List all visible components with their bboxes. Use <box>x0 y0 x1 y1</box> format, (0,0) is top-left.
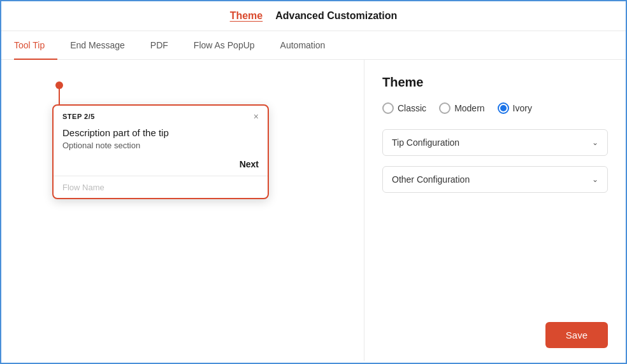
tooltip-flow-name: Flow Name <box>62 183 104 192</box>
tooltip-next-button[interactable]: Next <box>240 159 259 169</box>
tooltip-note: Optional note section <box>62 141 259 150</box>
radio-label-modern: Modern <box>454 103 484 113</box>
header: Theme Advanced Customization <box>1 1 626 31</box>
save-button[interactable]: Save <box>545 322 608 348</box>
tooltip-actions: Next <box>54 157 268 176</box>
radio-classic[interactable]: Classic <box>382 102 426 114</box>
tip-configuration-chevron-icon: ⌄ <box>592 138 598 147</box>
radio-label-classic: Classic <box>398 103 426 113</box>
other-configuration-chevron-icon: ⌄ <box>592 175 598 184</box>
theme-radio-group: Classic Modern Ivory <box>382 102 608 114</box>
radio-circle-ivory <box>498 102 509 114</box>
tooltip-header: STEP 2/5 × <box>54 106 268 125</box>
page-title: Advanced Customization <box>275 10 397 22</box>
tab-automation[interactable]: Automation <box>268 31 338 59</box>
other-configuration-dropdown[interactable]: Other Configuration ⌄ <box>382 166 608 193</box>
right-panel: Theme Classic Modern Ivory Tip Configura… <box>364 60 626 361</box>
tooltip-description: Description part of the tip <box>62 127 259 138</box>
tooltip-body: Description part of the tip Optional not… <box>54 125 268 157</box>
tooltip-footer: Flow Name <box>54 176 268 198</box>
tooltip-preview: STEP 2/5 × Description part of the tip O… <box>52 104 269 199</box>
tooltip-step: STEP 2/5 <box>62 113 95 120</box>
radio-ivory[interactable]: Ivory <box>498 102 532 114</box>
theme-section-label: Theme <box>382 75 608 90</box>
tip-configuration-label: Tip Configuration <box>392 137 459 148</box>
tooltip-close-icon[interactable]: × <box>254 112 259 121</box>
tab-bar: Tool Tip End Message PDF Flow As PopUp A… <box>1 31 626 60</box>
tip-configuration-dropdown[interactable]: Tip Configuration ⌄ <box>382 129 608 156</box>
main-content: STEP 2/5 × Description part of the tip O… <box>1 60 626 361</box>
other-configuration-label: Other Configuration <box>392 174 470 185</box>
tab-end-message[interactable]: End Message <box>57 31 138 59</box>
tab-tooltip[interactable]: Tool Tip <box>14 31 57 59</box>
radio-circle-classic <box>382 102 394 114</box>
theme-link[interactable]: Theme <box>230 10 263 22</box>
radio-label-ivory: Ivory <box>513 103 532 113</box>
left-panel: STEP 2/5 × Description part of the tip O… <box>1 60 364 361</box>
tab-flow-as-popup[interactable]: Flow As PopUp <box>181 31 268 59</box>
tab-pdf[interactable]: PDF <box>138 31 181 59</box>
radio-modern[interactable]: Modern <box>439 102 484 114</box>
tooltip-box: STEP 2/5 × Description part of the tip O… <box>52 104 269 199</box>
radio-circle-modern <box>439 102 450 114</box>
tooltip-pin <box>59 85 60 104</box>
